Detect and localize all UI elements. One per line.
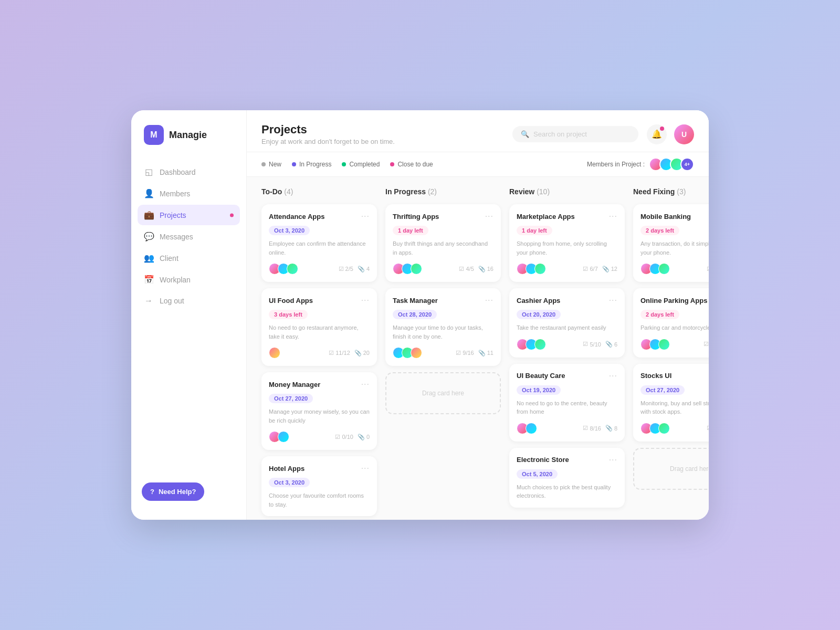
attachment-icon: 📎	[478, 350, 486, 356]
task-count: ☑ 5/10	[583, 341, 601, 348]
project-card[interactable]: UI Food Apps ··· 3 days left No need to …	[261, 288, 377, 366]
card-avatars	[393, 263, 422, 275]
card-footer: ☑ 5/10 📎 6	[517, 339, 617, 350]
sidebar-item-messages[interactable]: 💬 Messages	[138, 226, 240, 247]
sidebar-item-workplan[interactable]: 📅 Workplan	[138, 269, 240, 290]
card-menu-button[interactable]: ···	[361, 464, 370, 473]
attachment-count: 📎 6	[605, 341, 617, 348]
card-menu-button[interactable]: ···	[609, 371, 617, 381]
project-card[interactable]: Attendance Apps ··· Oct 3, 2020 Employee…	[261, 204, 377, 282]
attachment-count: 📎 12	[602, 266, 617, 272]
member-avatars: 4+	[649, 158, 694, 171]
card-menu-button[interactable]: ···	[609, 212, 617, 221]
project-card[interactable]: Electronic Store ··· Oct 5, 2020 Much ch…	[509, 448, 625, 508]
task-icon: ☑	[459, 266, 464, 272]
card-tag-area: Oct 5, 2020	[517, 469, 617, 479]
card-description: Any transaction, do it simply only with …	[640, 239, 709, 257]
members-in-project: Members in Project : 4+	[587, 158, 694, 171]
page-subtitle: Enjoy at work and don't forget to be on …	[261, 138, 504, 145]
sidebar-item-logout[interactable]: → Log out	[138, 291, 240, 311]
card-tag: 1 day left	[393, 226, 428, 235]
project-card[interactable]: Stocks UI ··· Oct 27, 2020 Monitoring, b…	[633, 364, 709, 442]
drag-card-placeholder: Drag card here	[385, 372, 501, 414]
card-footer: ☑ 11/12 📎 20	[269, 347, 370, 359]
task-icon: ☑	[583, 266, 588, 272]
card-footer: ☑ 0/10 📎 0	[269, 431, 370, 443]
card-menu-button[interactable]: ···	[609, 455, 617, 465]
legend-new: New	[261, 161, 281, 168]
project-card[interactable]: UI Beauty Care ··· Oct 19, 2020 No need …	[509, 364, 625, 442]
card-description: Parking car and motorcycle easily.	[640, 323, 709, 332]
drag-card-placeholder: Drag card here	[633, 448, 709, 490]
card-menu-button[interactable]: ···	[361, 212, 370, 221]
card-avatars	[269, 347, 280, 359]
card-menu-button[interactable]: ···	[485, 296, 494, 305]
card-avatars	[269, 431, 289, 443]
attachment-icon: 📎	[358, 434, 365, 440]
project-card[interactable]: Money Manager ··· Oct 27, 2020 Manage yo…	[261, 372, 377, 450]
members-icon: 👤	[144, 188, 153, 198]
card-tag: 3 days left	[269, 310, 308, 319]
card-menu-button[interactable]: ···	[361, 380, 370, 389]
card-menu-button[interactable]: ···	[361, 296, 370, 305]
card-description: Choose your favourite comfort rooms to s…	[269, 491, 370, 509]
sidebar-item-projects[interactable]: 💼 Projects	[138, 205, 240, 225]
card-tag-area: Oct 19, 2020	[517, 385, 617, 395]
card-menu-button[interactable]: ···	[609, 296, 617, 305]
card-description: No need to go restaurant anymore, take i…	[269, 323, 370, 341]
card-tag: 2 days left	[640, 310, 679, 319]
card-stats: ☑ 5/10 📎 6	[583, 341, 617, 348]
card-title: Online Parking Apps	[640, 297, 707, 304]
project-card[interactable]: Cashier Apps ··· Oct 20, 2020 Take the r…	[509, 288, 625, 358]
user-avatar[interactable]: U	[674, 124, 694, 144]
card-title: Mobile Banking	[640, 213, 691, 220]
card-footer: ☑ 8/9 📎 16	[640, 263, 709, 275]
task-count: ☑ 8/15	[704, 341, 709, 348]
card-title: Cashier Apps	[517, 297, 560, 304]
card-tag: 1 day left	[517, 226, 552, 235]
card-footer: ☑ 4/5 📎 16	[393, 263, 494, 275]
task-count: ☑ 2/5	[339, 266, 353, 272]
card-stats: ☑ 6/7 📎 12	[583, 266, 617, 272]
workplan-icon: 📅	[144, 275, 153, 285]
messages-icon: 💬	[144, 232, 153, 242]
card-avatars	[640, 263, 670, 275]
task-icon: ☑	[704, 341, 709, 348]
task-icon: ☑	[335, 434, 340, 440]
card-avatars	[269, 263, 298, 275]
project-card[interactable]: Hotel Apps ··· Oct 3, 2020 Choose your f…	[261, 456, 377, 516]
project-card[interactable]: Thrifting Apps ··· 1 day left Buy thrift…	[385, 204, 501, 282]
card-stats: ☑ 8/16 📎 8	[583, 425, 617, 432]
card-description: Take the restaurant payment easily	[517, 323, 617, 332]
nav-items: ◱ Dashboard 👤 Members 💼 Projects 💬 Messa…	[131, 162, 246, 474]
help-button[interactable]: ? Need Help?	[142, 482, 204, 501]
bell-icon: 🔔	[652, 129, 662, 139]
sidebar-item-members[interactable]: 👤 Members	[138, 183, 240, 204]
card-stats: ☑ 11/12 📎 20	[329, 350, 370, 356]
card-menu-button[interactable]: ···	[485, 212, 494, 221]
column-count: (4)	[284, 187, 293, 196]
card-description: Employee can confirm the attendance onli…	[269, 239, 370, 257]
card-footer: ☑ 8/16 📎 8	[517, 423, 617, 434]
main-content: Projects Enjoy at work and don't forget …	[247, 110, 709, 520]
project-card[interactable]: Task Manager ··· Oct 28, 2020 Manage you…	[385, 288, 501, 366]
card-description: Manage your money wisely, so you can be …	[269, 407, 370, 425]
card-description: No need to go to the centre, beauty from…	[517, 399, 617, 416]
card-avatar	[534, 339, 546, 350]
project-card[interactable]: Online Parking Apps ··· 2 days left Park…	[633, 288, 709, 358]
card-title: Attendance Apps	[269, 213, 324, 220]
project-card[interactable]: Mobile Banking ··· 2 days left Any trans…	[633, 204, 709, 282]
notification-button[interactable]: 🔔	[647, 124, 667, 144]
card-avatar	[658, 423, 670, 434]
legend-label: Close to due	[397, 161, 433, 168]
project-card[interactable]: Marketplace Apps ··· 1 day left Shopping…	[509, 204, 625, 282]
search-bar[interactable]: 🔍 Search on project	[512, 126, 638, 142]
card-header: Hotel Apps ···	[269, 464, 370, 473]
app-name: Managie	[169, 130, 207, 141]
column-header-todo: To-Do (4)	[261, 187, 377, 196]
sidebar-item-client[interactable]: 👥 Client	[138, 248, 240, 268]
card-avatar	[411, 263, 422, 275]
task-count: ☑ 8/16	[583, 425, 601, 432]
task-icon: ☑	[329, 350, 334, 356]
sidebar-item-dashboard[interactable]: ◱ Dashboard	[138, 162, 240, 182]
